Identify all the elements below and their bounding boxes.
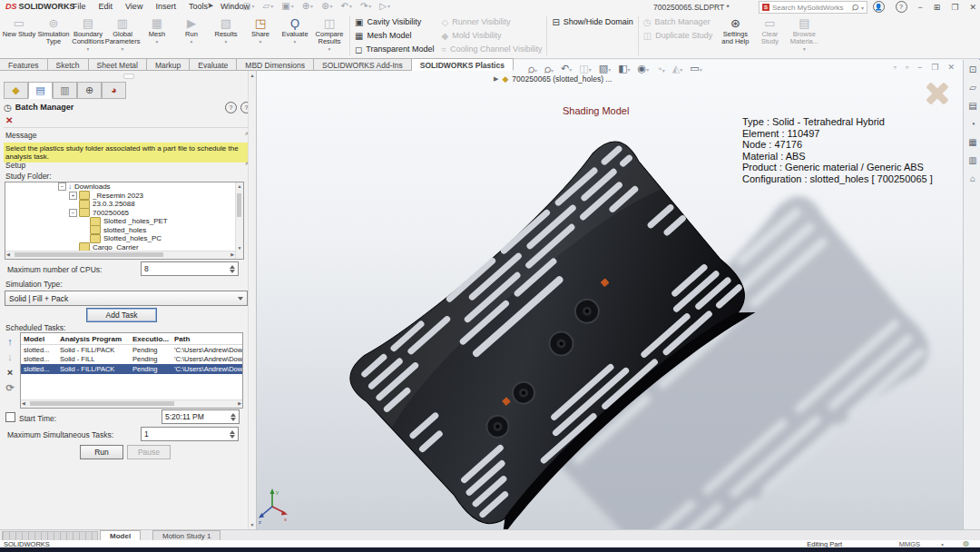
minimize-button[interactable]: − <box>918 3 923 12</box>
hide-show-items-icon[interactable]: ◉▾ <box>638 63 650 74</box>
view-settings-icon[interactable]: ▭▾ <box>690 63 701 74</box>
show-hide-domain-toggle[interactable]: ⊟ Show/Hide Domain <box>552 16 632 27</box>
pause-button[interactable]: Pause <box>127 445 171 459</box>
tab-property-manager[interactable]: ▤ <box>28 82 53 99</box>
start-time-checkbox[interactable] <box>5 412 15 422</box>
view-palette-icon[interactable]: ◔ <box>965 116 980 133</box>
simulation-type[interactable]: ⊚ Simulation Type ▾ <box>36 15 71 58</box>
sheet-metal[interactable]: Sheet Metal <box>89 58 147 71</box>
add-task-button[interactable]: Add Task <box>86 308 157 322</box>
solidworks-resources-icon[interactable]: ⊡ <box>965 62 980 78</box>
doc-tile-icon[interactable]: ▫ <box>906 63 908 72</box>
compare-results[interactable]: ◫ Compare Results ▾ <box>312 15 347 58</box>
cooling-channel-visibility[interactable]: ≈Cooling Channel Visibility <box>442 44 543 54</box>
menu-item[interactable]: Tools <box>189 2 208 11</box>
panel-splitter-handle[interactable] <box>123 74 134 79</box>
table-horizontal-scrollbar[interactable]: ◀▶ <box>21 399 242 408</box>
close-button[interactable]: ✕ <box>969 3 976 12</box>
table-row[interactable]: slotted... Solid - FILL/PACK Pending 'C:… <box>21 364 242 374</box>
boundary-conditions[interactable]: ▤ Boundary Conditions ▾ <box>71 15 105 58</box>
undo-icon[interactable]: ↶▾ <box>341 1 352 11</box>
table-row[interactable]: slotted... Solid - FILL Pending 'C:\User… <box>21 355 242 365</box>
tab-configuration-manager[interactable]: ▥ <box>53 82 77 99</box>
700250065[interactable]: − 700250065 <box>5 209 243 218</box>
share[interactable]: ◳ Share ▾ <box>243 15 278 58</box>
file-explorer-icon[interactable]: ▤ <box>965 98 980 114</box>
menu-item[interactable]: Insert <box>155 2 176 11</box>
maximize-grid-button[interactable]: ⊞ <box>934 3 941 12</box>
setup-section-header[interactable]: Setup˄ <box>5 161 249 170</box>
markup[interactable]: Markup <box>147 58 190 71</box>
menu-item[interactable]: View <box>125 2 142 11</box>
doc-restore2-icon[interactable]: ❐ <box>931 63 938 72</box>
sketch[interactable]: Sketch <box>48 58 89 71</box>
search-icon[interactable]: Ϙ <box>849 2 860 13</box>
move-up-icon[interactable]: ↑ <box>7 336 13 347</box>
study-folder-tree[interactable]: − ↓ Downloads + _Resemin 2023 23.0.3.25 <box>5 182 244 260</box>
graphics-viewport[interactable]: Ϙ▾Ϙ▾↶▾◫▾▧▾◧▾◉▾◔▾◭▾▭▾ ▫ ▫ − ❐ ✕ ▶ ◆ 70025… <box>256 60 964 529</box>
run-button[interactable]: Run <box>80 445 123 459</box>
tab-plastics-manager[interactable]: ◆ <box>4 82 28 99</box>
custom-properties-icon[interactable]: ▥ <box>965 153 980 169</box>
time-spinner-icon[interactable] <box>230 413 236 421</box>
runner-visibility[interactable]: ◇Runner Visibility <box>442 16 543 27</box>
search-dropdown-icon[interactable]: ▾ <box>861 5 864 11</box>
scheduled-tasks-table[interactable]: Model Analysis Program Executio... Path … <box>20 332 243 409</box>
search-box[interactable]: S Search MySolidWorks Ϙ ▾ <box>759 1 867 14</box>
menu-item[interactable]: File <box>73 2 86 11</box>
tree-horizontal-scrollbar[interactable]: ◀▶ <box>5 251 235 259</box>
simulation-type-select[interactable]: Solid | Fill + Pack <box>5 291 248 306</box>
features[interactable]: Features <box>0 58 48 71</box>
spinner-arrows-icon[interactable] <box>230 265 235 273</box>
message-section-header[interactable]: Message˄ <box>5 131 249 140</box>
evaluate[interactable]: Ϙ Evaluate ▾ <box>278 15 312 58</box>
apply-scene-icon[interactable]: ◭▾ <box>672 63 682 74</box>
doc-close-icon[interactable]: ✕ <box>947 63 955 72</box>
design-library-icon[interactable]: ▱ <box>965 80 980 96</box>
tree-expander[interactable]: − <box>58 182 66 191</box>
feature-tree-breadcrumb[interactable]: ▶ ◆ 700250065 (slotted_holes) ... <box>494 74 612 84</box>
attach-icon[interactable]: ⊕▾ <box>302 1 313 11</box>
slotted-holes[interactable]: slotted_holes <box>5 226 243 235</box>
open-icon[interactable]: ▱▾ <box>263 1 274 11</box>
batch-manager[interactable]: ◷Batch Manager <box>643 16 713 27</box>
move-down-icon[interactable]: ↓ <box>7 351 13 362</box>
options-gear-icon[interactable]: ⊛▾ <box>321 1 332 11</box>
view-orientation-icon[interactable]: ▧▾ <box>599 63 611 74</box>
resemin-2023[interactable]: + _Resemin 2023 <box>5 192 243 201</box>
save-icon[interactable]: ▣▾ <box>281 1 293 11</box>
appearances-scenes-icon[interactable]: ▦ <box>965 134 980 151</box>
home-icon[interactable]: ⌂▾ <box>225 1 234 11</box>
new-document-icon[interactable]: ▢▾ <box>242 1 254 11</box>
redo-icon[interactable]: ↷▾ <box>360 1 371 11</box>
tree-expander[interactable]: + <box>69 192 77 200</box>
browse-materials-button[interactable]: ▤ Browse Materia... ▾ <box>787 15 821 58</box>
section-view-icon[interactable]: ◫▾ <box>579 63 591 74</box>
menu-item[interactable]: Edit <box>99 2 113 11</box>
downloads[interactable]: − ↓ Downloads <box>5 182 243 192</box>
run[interactable]: ▶ Run ▾ <box>174 15 209 58</box>
zoom-fit-icon[interactable]: Ϙ▾ <box>528 64 537 74</box>
tree-vertical-scrollbar[interactable]: ▲▼ <box>235 182 243 259</box>
slotted-holes-pc[interactable]: Slotted_holes_PC <box>5 234 243 243</box>
global-parameters[interactable]: ▥ Global Parameters ▾ <box>105 15 140 58</box>
solidworks-add-ins[interactable]: SOLIDWORKS Add-Ins <box>314 58 412 71</box>
pin-menu-icon[interactable]: ➤ <box>207 1 214 10</box>
previous-view-icon[interactable]: ↶▾ <box>561 63 572 74</box>
mold-visibility[interactable]: ◆Mold Visibility <box>442 30 543 41</box>
delete-task-icon[interactable]: × <box>7 367 13 378</box>
evaluate[interactable]: Evaluate <box>190 58 237 71</box>
spinner-arrows-icon[interactable] <box>230 430 235 439</box>
doc-restore-icon[interactable]: ▫ <box>894 63 897 72</box>
table-row[interactable]: slotted... Solid - FILL/PACK Pending 'C:… <box>21 345 242 355</box>
restore-button[interactable]: ❐ <box>951 3 958 12</box>
start-time-input[interactable]: 5:20:11 PM <box>162 409 240 424</box>
new-study[interactable]: ▭ New Study ▾ <box>2 15 36 58</box>
cavity-visibility[interactable]: ▣Cavity Visibility <box>355 16 435 27</box>
expand-arrow-icon[interactable]: ▶ <box>494 75 498 83</box>
doc-minimize-icon[interactable]: − <box>917 63 922 72</box>
select-pointer-icon[interactable]: ▷▾ <box>379 1 390 11</box>
slotted-holes-pet[interactable]: Slotted _holes_PET <box>5 217 243 226</box>
user-account-icon[interactable]: 👤 <box>873 1 885 13</box>
mbd-dimensions[interactable]: MBD Dimensions <box>237 58 314 71</box>
